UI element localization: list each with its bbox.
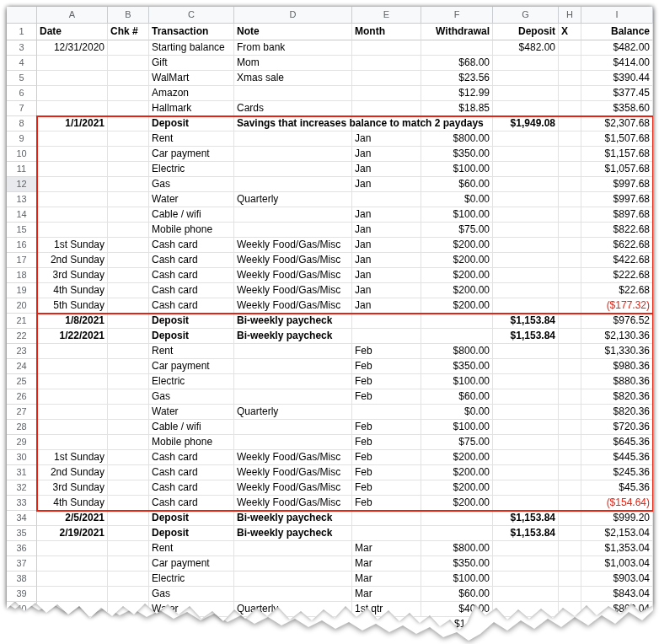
cell-G40[interactable]: [493, 602, 559, 617]
cell-A10[interactable]: [37, 147, 108, 162]
cell-D11[interactable]: [234, 162, 352, 177]
cell-F39[interactable]: $60.00: [421, 587, 493, 602]
cell-G14[interactable]: [493, 207, 559, 223]
cell-F23[interactable]: $800.00: [421, 344, 493, 359]
cell-I40[interactable]: $803.04: [581, 602, 653, 617]
cell-F32[interactable]: $200.00: [421, 480, 493, 496]
cell-E14[interactable]: Jan: [352, 207, 421, 223]
row-header-8[interactable]: 8: [7, 116, 37, 131]
cell-B10[interactable]: [108, 147, 149, 162]
cell-E18[interactable]: Jan: [352, 268, 421, 283]
cell-F40[interactable]: $40.00: [421, 602, 493, 617]
header-cell-A[interactable]: Date: [37, 24, 108, 40]
row-header-12[interactable]: 12: [7, 177, 37, 192]
cell-G33[interactable]: [493, 496, 559, 511]
row-header-19[interactable]: 19: [7, 283, 37, 298]
cell-G13[interactable]: [493, 192, 559, 207]
cell-D16[interactable]: Weekly Food/Gas/Misc: [234, 238, 352, 253]
cell-E16[interactable]: Jan: [352, 238, 421, 253]
cell-B4[interactable]: [108, 56, 149, 71]
cell-H26[interactable]: [559, 389, 581, 405]
cell-C8[interactable]: Deposit: [149, 116, 234, 131]
cell-H3[interactable]: [559, 40, 581, 56]
cell-A40[interactable]: [37, 602, 108, 617]
cell-D31[interactable]: Weekly Food/Gas/Misc: [234, 465, 352, 480]
cell-B34[interactable]: [108, 511, 149, 526]
header-cell-H[interactable]: X: [559, 24, 581, 40]
cell-H8[interactable]: [559, 116, 581, 131]
cell-F22[interactable]: [421, 329, 493, 344]
cell-I26[interactable]: $820.36: [581, 389, 653, 405]
column-header-F[interactable]: F: [421, 7, 493, 24]
cell-H38[interactable]: [559, 572, 581, 587]
cell-E31[interactable]: Feb: [352, 465, 421, 480]
cell-C11[interactable]: Electric: [149, 162, 234, 177]
cell-I39[interactable]: $843.04: [581, 587, 653, 602]
cell-H15[interactable]: [559, 223, 581, 238]
cell-F10[interactable]: $350.00: [421, 147, 493, 162]
header-cell-D[interactable]: Note: [234, 24, 352, 40]
cell-G8[interactable]: $1,949.08: [493, 116, 559, 131]
cell-C12[interactable]: Gas: [149, 177, 234, 192]
cell-D23[interactable]: [234, 344, 352, 359]
cell-B33[interactable]: [108, 496, 149, 511]
cell-A28[interactable]: [37, 420, 108, 435]
cell-F30[interactable]: $200.00: [421, 450, 493, 465]
cell-D33[interactable]: Weekly Food/Gas/Misc: [234, 496, 352, 511]
cell-I33[interactable]: ($154.64): [581, 496, 653, 511]
cell-B29[interactable]: [108, 435, 149, 450]
row-header-25[interactable]: 25: [7, 374, 37, 389]
cell-I29[interactable]: $645.36: [581, 435, 653, 450]
cell-A6[interactable]: [37, 86, 108, 101]
cell-A24[interactable]: [37, 359, 108, 374]
cell-H27[interactable]: [559, 405, 581, 420]
cell-G16[interactable]: [493, 238, 559, 253]
cell-F15[interactable]: $75.00: [421, 223, 493, 238]
cell-D10[interactable]: [234, 147, 352, 162]
cell-E4[interactable]: [352, 56, 421, 71]
cell-C37[interactable]: Car payment: [149, 556, 234, 572]
row-header-40[interactable]: 40: [7, 602, 37, 617]
cell-E39[interactable]: Mar: [352, 587, 421, 602]
cell-B37[interactable]: [108, 556, 149, 572]
cell-I35[interactable]: $2,153.04: [581, 526, 653, 541]
cell-A33[interactable]: 4th Sunday: [37, 496, 108, 511]
cell-A21[interactable]: 1/8/2021: [37, 314, 108, 329]
cell-G18[interactable]: [493, 268, 559, 283]
cell-H14[interactable]: [559, 207, 581, 223]
row-header-38[interactable]: 38: [7, 572, 37, 587]
cell-D21[interactable]: Bi-weekly paycheck: [234, 314, 352, 329]
cell-I3[interactable]: $482.00: [581, 40, 653, 56]
row-header-23[interactable]: 23: [7, 344, 37, 359]
cell-H4[interactable]: [559, 56, 581, 71]
cell-A30[interactable]: 1st Sunday: [37, 450, 108, 465]
cell-B31[interactable]: [108, 465, 149, 480]
cell-G36[interactable]: [493, 541, 559, 556]
cell-H29[interactable]: [559, 435, 581, 450]
row-header-26[interactable]: 26: [7, 389, 37, 405]
row-header-29[interactable]: 29: [7, 435, 37, 450]
cell-D12[interactable]: [234, 177, 352, 192]
cell-E27[interactable]: [352, 405, 421, 420]
cell-G28[interactable]: [493, 420, 559, 435]
column-header-I[interactable]: I: [581, 7, 653, 24]
cell-H9[interactable]: [559, 131, 581, 147]
cell-E33[interactable]: Feb: [352, 496, 421, 511]
cell-G22[interactable]: $1,153.84: [493, 329, 559, 344]
cell-E21[interactable]: [352, 314, 421, 329]
cell-B35[interactable]: [108, 526, 149, 541]
cell-F16[interactable]: $200.00: [421, 238, 493, 253]
header-cell-F[interactable]: Withdrawal: [421, 24, 493, 40]
cell-H20[interactable]: [559, 298, 581, 314]
cell-G24[interactable]: [493, 359, 559, 374]
cell-C29[interactable]: Mobile phone: [149, 435, 234, 450]
cell-D40[interactable]: Quarterly: [234, 602, 352, 617]
cell-C22[interactable]: Deposit: [149, 329, 234, 344]
cell-D3[interactable]: From bank: [234, 40, 352, 56]
cell-G19[interactable]: [493, 283, 559, 298]
cell-C40[interactable]: Water: [149, 602, 234, 617]
cell-H16[interactable]: [559, 238, 581, 253]
cell-A16[interactable]: 1st Sunday: [37, 238, 108, 253]
cell-E37[interactable]: Mar: [352, 556, 421, 572]
cell-B32[interactable]: [108, 480, 149, 496]
